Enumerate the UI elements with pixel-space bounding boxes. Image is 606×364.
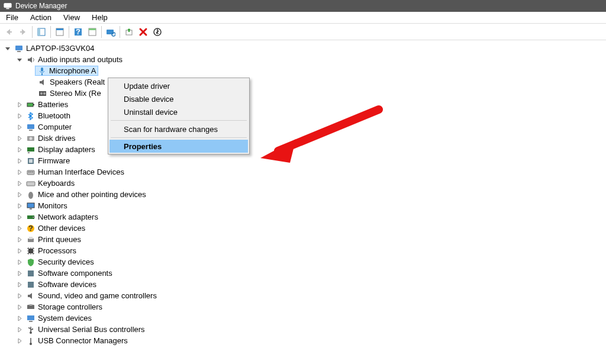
- context-menu-uninstall-device[interactable]: Uninstall device: [109, 105, 248, 118]
- expander-closed-icon[interactable]: [15, 247, 24, 255]
- expander-closed-icon[interactable]: [15, 213, 24, 221]
- expander-closed-icon[interactable]: [15, 292, 24, 300]
- expander-closed-icon[interactable]: [15, 179, 24, 188]
- svg-rect-48: [28, 270, 34, 276]
- tree-node-bluetooth[interactable]: Bluetooth: [4, 110, 606, 121]
- expander-closed-icon[interactable]: [15, 202, 24, 210]
- software-component-icon: [26, 269, 36, 278]
- toolbar: ?: [0, 24, 606, 40]
- printer-icon: [26, 235, 36, 244]
- tree-node-display[interactable]: Display adapters: [4, 144, 606, 155]
- tree-node-root[interactable]: LAPTOP-I53GVK04: [4, 43, 606, 54]
- device-tree[interactable]: LAPTOP-I53GVK04 Audio inputs and outputs…: [0, 40, 606, 346]
- expander-closed-icon[interactable]: [15, 157, 24, 165]
- expander-closed-icon[interactable]: [15, 337, 24, 345]
- tree-label: Processors: [38, 245, 76, 256]
- tree-label: Firmware: [38, 155, 70, 166]
- disable-device-button[interactable]: [151, 25, 164, 38]
- svg-rect-42: [33, 217, 35, 218]
- expander-open-icon[interactable]: [4, 44, 12, 53]
- tree-node-processors[interactable]: Processors: [4, 245, 606, 256]
- tree-label: Network adapters: [38, 211, 98, 223]
- tree-node-monitors[interactable]: Monitors: [4, 200, 606, 211]
- tree-node-security[interactable]: Security devices: [4, 256, 606, 268]
- context-menu-disable-device[interactable]: Disable device: [109, 92, 248, 105]
- expander-closed-icon[interactable]: [15, 269, 24, 278]
- tree-node-swdev[interactable]: Software devices: [4, 279, 606, 290]
- tree-label: System devices: [38, 313, 92, 324]
- expander-closed-icon[interactable]: [15, 134, 24, 143]
- tree-node-audio[interactable]: Audio inputs and outputs: [4, 54, 606, 65]
- usb-connector-icon: [26, 336, 36, 346]
- expander-open-icon[interactable]: [15, 56, 24, 64]
- firmware-icon: [26, 156, 36, 166]
- tree-node-swcomp[interactable]: Software components: [4, 268, 606, 279]
- tree-node-firmware[interactable]: Firmware: [4, 155, 606, 166]
- tree-label: Universal Serial Bus controllers: [38, 324, 145, 335]
- context-menu-properties[interactable]: Properties: [109, 140, 248, 153]
- menu-help[interactable]: Help: [86, 12, 114, 24]
- expander-closed-icon[interactable]: [15, 236, 24, 244]
- bluetooth-icon: [26, 111, 36, 121]
- expander-closed-icon[interactable]: [15, 101, 24, 109]
- tree-node-disk[interactable]: Disk drives: [4, 133, 606, 144]
- stereo-mix-icon: [38, 89, 47, 98]
- svg-rect-51: [27, 315, 34, 320]
- tree-node-sound[interactable]: Sound, video and game controllers: [4, 290, 606, 301]
- tree-node-hid[interactable]: Human Interface Devices: [4, 166, 606, 178]
- tree-node-stereomix[interactable]: Stereo Mix (Re: [4, 88, 606, 99]
- tree-node-printq[interactable]: Print queues: [4, 234, 606, 245]
- tree-node-keyboards[interactable]: Keyboards: [4, 178, 606, 189]
- tree-label: Computer: [38, 121, 72, 133]
- tree-node-usb[interactable]: Universal Serial Bus controllers: [4, 324, 606, 335]
- menu-action[interactable]: Action: [24, 12, 57, 24]
- help-button[interactable]: ?: [72, 25, 85, 38]
- context-menu-update-driver[interactable]: Update driver: [109, 79, 248, 92]
- svg-rect-37: [27, 182, 35, 186]
- expander-closed-icon[interactable]: [15, 191, 24, 199]
- tree-label: Batteries: [38, 99, 68, 110]
- tree-node-sysdev[interactable]: System devices: [4, 313, 606, 324]
- tree-label: Bluetooth: [38, 110, 70, 121]
- expander-closed-icon[interactable]: [15, 303, 24, 311]
- context-menu-scan-hardware[interactable]: Scan for hardware changes: [109, 123, 248, 136]
- svg-rect-33: [27, 170, 34, 175]
- context-menu-separator: [111, 120, 247, 121]
- svg-rect-2: [9, 31, 12, 33]
- uninstall-device-button[interactable]: [137, 25, 150, 38]
- properties-button[interactable]: [53, 25, 66, 38]
- tree-label: Software devices: [38, 279, 96, 290]
- expander-closed-icon[interactable]: [15, 146, 24, 154]
- expander-closed-icon[interactable]: [15, 112, 24, 120]
- mouse-icon: [26, 190, 36, 199]
- menu-bar: File Action View Help: [0, 12, 606, 24]
- forward-button[interactable]: [17, 25, 30, 38]
- tree-node-microphone[interactable]: Microphone A: [4, 65, 606, 76]
- svg-rect-1: [6, 8, 9, 9]
- tree-node-other[interactable]: ? Other devices: [4, 223, 606, 234]
- expander-closed-icon[interactable]: [15, 168, 24, 176]
- show-hide-tree-button[interactable]: [35, 25, 48, 38]
- tree-label: Mice and other pointing devices: [38, 189, 146, 200]
- action-menu-button[interactable]: [86, 25, 99, 38]
- expander-closed-icon[interactable]: [15, 326, 24, 334]
- update-driver-button[interactable]: [123, 25, 136, 38]
- tree-node-speakers[interactable]: Speakers (Realt: [4, 76, 606, 88]
- back-button[interactable]: [2, 25, 15, 38]
- tree-node-batteries[interactable]: Batteries: [4, 99, 606, 110]
- menu-view[interactable]: View: [57, 12, 86, 24]
- svg-rect-25: [27, 124, 34, 129]
- expander-closed-icon[interactable]: [15, 314, 24, 323]
- tree-node-mice[interactable]: Mice and other pointing devices: [4, 189, 606, 200]
- scan-hardware-button[interactable]: [104, 25, 117, 38]
- expander-closed-icon[interactable]: [15, 281, 24, 289]
- tree-node-computer[interactable]: Computer: [4, 121, 606, 133]
- tree-node-usbconn[interactable]: USB Connector Managers: [4, 335, 606, 346]
- menu-file[interactable]: File: [4, 12, 24, 24]
- expander-closed-icon[interactable]: [15, 258, 24, 266]
- expander-closed-icon[interactable]: [15, 123, 24, 131]
- expander-closed-icon[interactable]: [15, 224, 24, 233]
- svg-rect-17: [17, 51, 21, 52]
- tree-node-network[interactable]: Network adapters: [4, 211, 606, 223]
- tree-node-storage[interactable]: Storage controllers: [4, 301, 606, 313]
